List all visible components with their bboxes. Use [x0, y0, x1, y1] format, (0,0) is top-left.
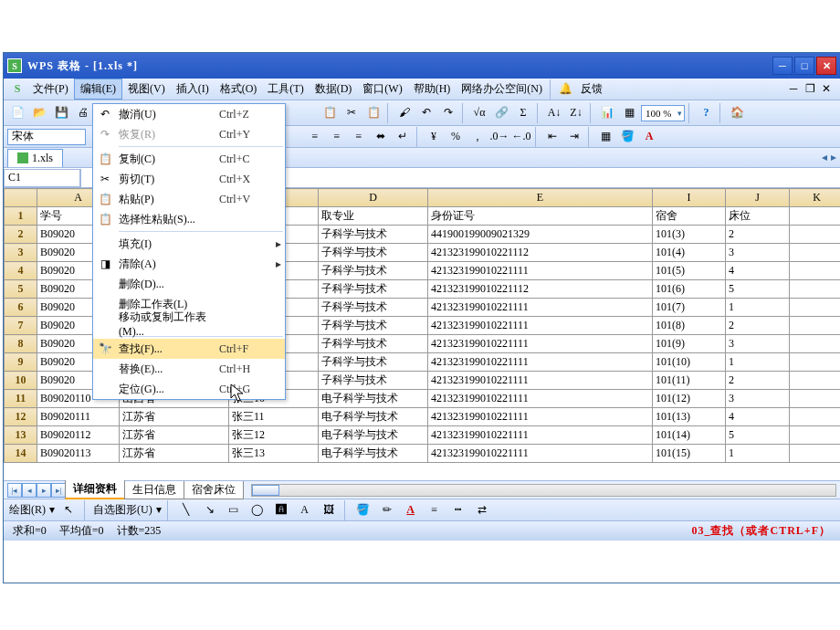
- cell[interactable]: 101(14): [653, 426, 726, 445]
- oval-icon[interactable]: ◯: [247, 500, 268, 520]
- cell[interactable]: [790, 335, 841, 353]
- cell[interactable]: [790, 299, 841, 317]
- cell[interactable]: 江苏省: [120, 408, 229, 426]
- cell[interactable]: 421323199010221111: [428, 262, 653, 280]
- wordart-icon[interactable]: A: [295, 500, 315, 520]
- cell[interactable]: 421323199010221111: [428, 445, 653, 463]
- row-header[interactable]: 3: [5, 244, 37, 262]
- cell[interactable]: 101(3): [653, 226, 726, 244]
- cell[interactable]: 电子科学与技术: [319, 426, 428, 445]
- cell[interactable]: 4: [726, 408, 790, 426]
- cell[interactable]: 1: [726, 445, 790, 463]
- row-header[interactable]: 14: [5, 445, 37, 463]
- help-button[interactable]: ?: [696, 103, 716, 123]
- cell[interactable]: 101(12): [653, 390, 726, 408]
- cell[interactable]: 身份证号: [428, 207, 653, 226]
- pic-icon[interactable]: 🖼: [319, 500, 339, 520]
- undo-button[interactable]: ↶: [416, 103, 436, 123]
- cell[interactable]: 子科学与技术: [319, 335, 428, 353]
- menu-feedback[interactable]: 反馈: [575, 79, 608, 99]
- menu-item-delete[interactable]: 删除(D)...: [93, 274, 285, 294]
- cell[interactable]: [790, 372, 841, 390]
- sheet-tab[interactable]: 详细资料: [65, 480, 125, 499]
- new-button[interactable]: 📄: [7, 103, 27, 123]
- scroll-thumb[interactable]: [252, 485, 279, 496]
- filter-button[interactable]: ▦: [619, 103, 639, 123]
- dec-inc-button[interactable]: .0→: [489, 127, 509, 147]
- save-button[interactable]: 💾: [51, 103, 71, 123]
- cell[interactable]: B09020113: [37, 445, 120, 463]
- sort-asc-button[interactable]: A↓: [544, 103, 564, 123]
- select-all-corner[interactable]: [5, 189, 37, 207]
- cell[interactable]: 子科学与技术: [319, 299, 428, 317]
- menu-item-paste-special[interactable]: 📋 选择性粘贴(S)...: [93, 209, 285, 229]
- align-center-button[interactable]: ≡: [327, 127, 347, 147]
- cell[interactable]: [790, 262, 841, 280]
- cell[interactable]: [790, 226, 841, 244]
- tab-prev-button[interactable]: ◂: [822, 151, 827, 164]
- row-header[interactable]: 6: [5, 299, 37, 317]
- row-header[interactable]: 13: [5, 426, 37, 445]
- row-header[interactable]: 2: [5, 226, 37, 244]
- cell[interactable]: 5: [726, 426, 790, 445]
- cell[interactable]: 421323199010221111: [428, 353, 653, 372]
- row-header[interactable]: 1: [5, 207, 37, 226]
- cell[interactable]: 张三13: [229, 445, 319, 463]
- row-header[interactable]: 4: [5, 262, 37, 280]
- row-header[interactable]: 9: [5, 353, 37, 372]
- cell[interactable]: 子科学与技术: [319, 317, 428, 335]
- col-header[interactable]: D: [319, 189, 428, 207]
- cell[interactable]: 江苏省: [120, 445, 229, 463]
- menu-tools[interactable]: 工具(T): [262, 79, 309, 99]
- cell[interactable]: [790, 244, 841, 262]
- cell[interactable]: 421323199010221111: [428, 317, 653, 335]
- merge-button[interactable]: ⬌: [371, 127, 391, 147]
- cell[interactable]: [790, 317, 841, 335]
- cell[interactable]: 子科学与技术: [319, 280, 428, 299]
- cell[interactable]: 2: [726, 372, 790, 390]
- cell[interactable]: 1: [726, 353, 790, 372]
- currency-button[interactable]: ¥: [424, 127, 444, 147]
- row-header[interactable]: 10: [5, 372, 37, 390]
- zoom-combo[interactable]: 100 %: [641, 105, 685, 121]
- cell[interactable]: 101(9): [653, 335, 726, 353]
- line-color-icon[interactable]: ✏: [377, 500, 397, 520]
- cell[interactable]: 子科学与技术: [319, 262, 428, 280]
- menu-item-undo[interactable]: ↶ 撤消(U) Ctrl+Z: [93, 104, 285, 124]
- wrap-button[interactable]: ↵: [393, 127, 413, 147]
- row-header[interactable]: 8: [5, 335, 37, 353]
- format-painter-button[interactable]: 🖌: [394, 103, 415, 123]
- cell[interactable]: 441900199009021329: [428, 226, 653, 244]
- chart-button[interactable]: 📊: [597, 103, 617, 123]
- menu-window[interactable]: 窗口(W): [357, 79, 407, 99]
- line-icon[interactable]: ╲: [176, 500, 196, 520]
- sheet-tab[interactable]: 生日信息: [124, 481, 184, 499]
- cell[interactable]: 张三12: [229, 426, 319, 445]
- row-header[interactable]: 11: [5, 390, 37, 408]
- cell[interactable]: 421323199010221112: [428, 244, 653, 262]
- rect-icon[interactable]: ▭: [224, 500, 244, 520]
- doc-close-button[interactable]: ✕: [820, 82, 833, 96]
- name-box[interactable]: C1: [4, 169, 80, 187]
- arrow-style-icon[interactable]: ⇄: [472, 500, 492, 520]
- cell[interactable]: 4: [726, 262, 790, 280]
- cell[interactable]: [790, 445, 841, 463]
- document-tab[interactable]: 1.xls: [7, 149, 63, 167]
- menu-item-copy[interactable]: 📋 复制(C) Ctrl+C: [93, 149, 285, 169]
- menu-view[interactable]: 视图(V): [122, 79, 171, 99]
- menu-insert[interactable]: 插入(I): [171, 79, 215, 99]
- cell[interactable]: 421323199010221111: [428, 426, 653, 445]
- copy-button[interactable]: 📋: [320, 103, 340, 123]
- menu-item-paste[interactable]: 📋 粘贴(P) Ctrl+V: [93, 189, 285, 209]
- sheet-first-button[interactable]: |◂: [7, 483, 22, 498]
- cell[interactable]: 101(5): [653, 262, 726, 280]
- cell[interactable]: 421323199010221112: [428, 280, 653, 299]
- cell[interactable]: 3: [726, 335, 790, 353]
- fill-color-button[interactable]: 🪣: [617, 127, 637, 147]
- dec-dec-button[interactable]: ←.0: [511, 127, 531, 147]
- app-menu-icon[interactable]: S: [7, 79, 27, 100]
- row-header[interactable]: 7: [5, 317, 37, 335]
- menu-item-clear[interactable]: ◨ 清除(A) ▸: [93, 254, 285, 274]
- cell[interactable]: [790, 426, 841, 445]
- cell[interactable]: 床位: [726, 207, 790, 226]
